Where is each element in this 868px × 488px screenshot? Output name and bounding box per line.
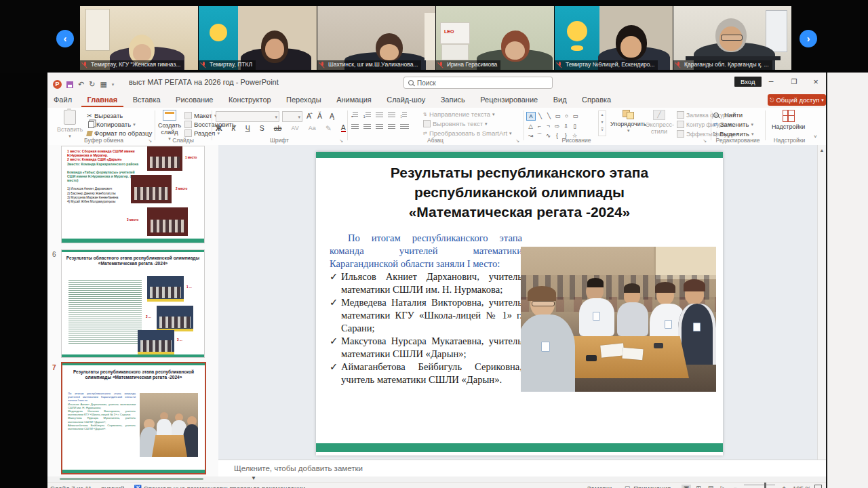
slide-thumbnail-7[interactable]: Результаты республиканского этапа респуб… xyxy=(61,362,206,474)
tab-transitions[interactable]: Переходы xyxy=(280,93,328,106)
panel-scrollbar[interactable] xyxy=(60,478,203,480)
quick-styles-button[interactable]: ╱ Экспресс-стили xyxy=(646,110,673,135)
slide-thumbnail-6[interactable]: Результаты областного этапа республиканс… xyxy=(61,249,205,358)
restore-button[interactable]: ❐ xyxy=(784,73,804,90)
zoom-out-icon[interactable]: − xyxy=(730,485,740,488)
cut-button[interactable]: ✂Вырезать xyxy=(87,112,123,119)
next-participants-button[interactable]: › xyxy=(800,30,817,47)
shapes-gallery-scrollbar[interactable]: ▴▾⊽ xyxy=(598,110,606,136)
align-text-button[interactable]: Выровнять текст▾ xyxy=(423,120,488,127)
copy-button[interactable]: Копировать▾ xyxy=(87,121,136,128)
tab-design[interactable]: Конструктор xyxy=(222,93,277,106)
tab-help[interactable]: Справка xyxy=(576,93,617,106)
strikethrough-button[interactable]: ab xyxy=(274,124,282,132)
tab-animations[interactable]: Анимация xyxy=(330,93,378,106)
slide-thumbnail-5[interactable]: 1 место: Сборная команда СШЛИ имени Н.Ну… xyxy=(61,146,205,243)
accessibility-status[interactable]: ♿ Специальные возможности: проверьте рек… xyxy=(134,485,305,488)
reading-view-icon[interactable]: ▤ xyxy=(706,485,715,488)
clear-format-icon[interactable]: Ą xyxy=(330,112,334,120)
zoom-level[interactable]: 105 % xyxy=(793,485,811,488)
addins-button[interactable]: Надстройки xyxy=(772,110,805,130)
participant-video[interactable]: Шахтинск, шг им.Ш.Уалиханова... xyxy=(317,6,435,70)
align-right-icon[interactable] xyxy=(376,124,383,130)
find-button[interactable]: Найти xyxy=(713,111,743,119)
italic-button[interactable]: К xyxy=(232,124,236,132)
editor-vertical-scrollbar[interactable]: ▲ xyxy=(817,145,826,460)
elbow-shape-icon[interactable]: ¬ xyxy=(544,123,553,130)
elbow-shape-icon[interactable]: ⌐ xyxy=(535,123,544,130)
numbering-icon[interactable]: 1 xyxy=(363,112,370,119)
notes-pane[interactable]: Щелкните, чтобы добавить заметки xyxy=(218,460,826,476)
participant-video[interactable]: Темиртау №9лицей, Ескендиро... xyxy=(555,6,673,70)
arrow-right-shape-icon[interactable]: ⇨ xyxy=(553,123,561,130)
tab-file[interactable]: Файл xyxy=(47,93,78,106)
line-shape-icon[interactable]: ╲ xyxy=(545,113,553,120)
sign-in-button[interactable]: Вход xyxy=(734,77,762,87)
rectangle-shape-icon[interactable]: ▭ xyxy=(553,113,562,120)
normal-view-icon[interactable]: ▣ xyxy=(682,485,691,488)
change-case-button[interactable]: Аа xyxy=(309,125,316,131)
bold-button[interactable]: Ж xyxy=(216,124,222,132)
replace-button[interactable]: ⇄Заменить▾ xyxy=(713,121,753,128)
oval-shape-icon[interactable]: ○ xyxy=(562,113,571,120)
participant-video[interactable]: Қарағанды обл. Қарағанды қ. ... xyxy=(673,6,791,70)
participant-video[interactable]: Темиртау, ПТКЛ xyxy=(199,6,317,70)
tab-draw[interactable]: Рисование xyxy=(170,93,219,106)
text-direction-button[interactable]: ⇅Направление текста▾ xyxy=(423,110,494,118)
slide-counter[interactable]: Слайд 7 из 11 xyxy=(50,485,92,488)
increase-indent-icon[interactable] xyxy=(388,113,395,119)
next-slide-arrow-icon[interactable]: ▼ xyxy=(251,475,256,481)
quick-access-dropdown-icon[interactable]: ▾ xyxy=(112,82,115,87)
present-icon[interactable]: ▦ xyxy=(100,80,106,89)
share-button[interactable]: ⎋ Общий доступ ▾ xyxy=(768,94,826,106)
textbox-shape-icon[interactable]: А xyxy=(526,112,536,121)
prev-participants-button[interactable]: ‹ xyxy=(56,30,74,47)
font-name-select[interactable]: ▾ xyxy=(216,111,279,122)
minimize-button[interactable]: – xyxy=(761,73,781,90)
line-shape-icon[interactable]: ╲ xyxy=(536,113,545,120)
underline-button[interactable]: Ч xyxy=(245,124,250,132)
increase-font-icon[interactable]: А̂ xyxy=(307,112,311,120)
smartart-button[interactable]: ⇄Преобразовать в SmartArt▾ xyxy=(423,129,512,137)
char-spacing-button[interactable]: АV xyxy=(291,125,298,131)
language-indicator[interactable]: русский xyxy=(101,485,124,488)
align-center-icon[interactable] xyxy=(363,124,371,130)
arrange-button[interactable]: Упорядочить▾ xyxy=(610,110,647,134)
slide-body-text[interactable]: По итогам республиканского этапа команда… xyxy=(330,232,522,386)
slide-sorter-view-icon[interactable]: ⊞ xyxy=(694,485,703,488)
participant-video[interactable]: LEO Ирина Герасимова xyxy=(436,6,554,70)
tab-view[interactable]: Вид xyxy=(547,93,573,106)
tab-record[interactable]: Запись xyxy=(435,93,471,106)
comments-toggle[interactable]: 🗨Примечания xyxy=(621,485,671,488)
clipboard-dialog-launcher[interactable]: ↘ xyxy=(148,138,152,144)
highlight-color-icon[interactable]: ✎ xyxy=(326,124,332,132)
search-input[interactable]: Поиск xyxy=(403,77,553,89)
font-color-icon[interactable]: А xyxy=(341,124,346,132)
line-spacing-icon[interactable]: ↕ xyxy=(400,112,408,119)
slideshow-view-icon[interactable]: ▷ xyxy=(718,485,728,488)
participant-video[interactable]: Темиртау, КГУ "Женская гимназ... xyxy=(80,6,198,70)
align-left-icon[interactable] xyxy=(351,124,359,130)
close-button[interactable]: × xyxy=(806,73,826,90)
slide-canvas[interactable]: Результаты республиканского этапа респуб… xyxy=(316,152,723,455)
font-dialog-launcher[interactable]: ↘ xyxy=(339,138,343,144)
decrease-font-icon[interactable]: А̌ xyxy=(317,112,322,120)
bullets-icon[interactable]: • xyxy=(351,112,358,119)
redo-icon[interactable]: ↻ xyxy=(89,80,95,89)
tab-insert[interactable]: Вставка xyxy=(127,93,167,106)
justify-icon[interactable] xyxy=(388,124,395,130)
decrease-indent-icon[interactable] xyxy=(376,113,383,119)
tab-slideshow[interactable]: Слайд-шоу xyxy=(380,93,431,106)
save-icon[interactable] xyxy=(66,81,73,88)
slide-title[interactable]: Результаты республиканского этапа респуб… xyxy=(370,163,669,222)
notes-toggle[interactable]: ▭Заметки xyxy=(575,485,612,488)
rounded-rect-shape-icon[interactable]: ▭ xyxy=(571,113,580,120)
paste-button[interactable]: Вставить▾ xyxy=(57,110,83,140)
undo-icon[interactable]: ↶ xyxy=(78,80,84,89)
text-shadow-button[interactable]: S xyxy=(260,124,264,132)
tab-review[interactable]: Рецензирование xyxy=(474,93,544,106)
triangle-shape-icon[interactable]: △ xyxy=(526,123,535,130)
fit-to-window-icon[interactable] xyxy=(814,485,822,488)
zoom-in-icon[interactable]: + xyxy=(779,485,789,488)
columns-icon[interactable] xyxy=(400,124,409,130)
